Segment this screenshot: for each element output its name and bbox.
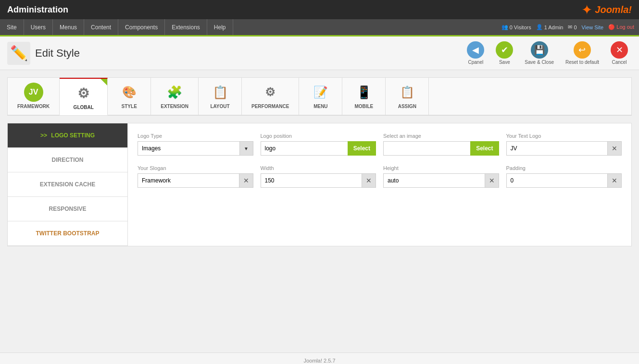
toolbar-buttons: ◀ Cpanel ✔ Save 💾 Save & Close ↩ Reset t… [463, 40, 632, 66]
slogan-input[interactable] [138, 174, 239, 187]
tab-global[interactable]: ⚙ GLOBAL [60, 78, 108, 115]
visitors-info: 👥 0 Visitors [501, 24, 531, 30]
cpanel-icon: ◀ [467, 41, 484, 59]
height-field: ✕ [383, 173, 499, 188]
mobile-tab-icon: 📱 [354, 83, 374, 102]
padding-input[interactable] [507, 174, 608, 187]
slogan-label: Your Slogan [138, 165, 253, 171]
footer-version: Joomla! 2.5.7 [303, 358, 335, 364]
save-close-icon: 💾 [531, 41, 548, 59]
tab-layout[interactable]: 📋 LAYOUT [199, 78, 242, 115]
width-input[interactable] [261, 174, 362, 187]
page-title: Edit Style [35, 47, 80, 60]
nav-right: 👥 0 Visitors 👤 1 Admin ✉ 0 View Site 🔴 L… [501, 24, 639, 30]
reset-icon: ↩ [574, 41, 591, 59]
performance-tab-icon: ⚙ [261, 83, 280, 102]
logo-type-select[interactable]: Images Text [138, 142, 239, 155]
nav-menu: Site Users Menus Content Components Exte… [0, 19, 233, 35]
global-tab-icon: ⚙ [74, 84, 93, 103]
right-panel: Logo Type Images Text ▼ Logo position Se… [128, 123, 631, 246]
logo-position-field: Select [261, 141, 376, 156]
nav-components[interactable]: Components [118, 19, 165, 35]
footer: Joomla! 2.5.7 [0, 352, 639, 364]
tab-assign[interactable]: 📋 ASSIGN [386, 78, 429, 115]
select-image-input[interactable] [383, 141, 470, 156]
slogan-group: Your Slogan ✕ [138, 165, 253, 188]
nav-content[interactable]: Content [84, 19, 118, 35]
main-content: JV FRAMEWORK ⚙ GLOBAL 🎨 STYLE 🧩 EXTENSIO… [0, 70, 639, 352]
sidebar-item-logo[interactable]: >> LOGO SETTING [8, 123, 127, 148]
dropdown-arrow-icon: ▼ [239, 142, 253, 155]
menu-tab-icon: 📝 [311, 83, 330, 102]
sidebar-item-twitter-bootstrap[interactable]: TWITTER BOOTSTRAP [8, 221, 127, 246]
tab-style[interactable]: 🎨 STYLE [108, 78, 151, 115]
sidebar-item-direction[interactable]: DIRECTION [8, 148, 127, 172]
content-area: >> LOGO SETTING DIRECTION EXTENSION CACH… [7, 123, 632, 246]
joomla-logo: ✦ Joomla! [581, 2, 632, 18]
cancel-button[interactable]: ✕ Cancel [607, 40, 632, 66]
select-image-field: Select [383, 141, 499, 156]
width-label: Width [261, 165, 376, 171]
messages-info: ✉ 0 [568, 24, 576, 30]
padding-clear-button[interactable]: ✕ [607, 174, 621, 187]
logo-position-select-button[interactable]: Select [348, 141, 376, 156]
padding-group: Padding ✕ [506, 165, 622, 188]
sidebar-item-responsive[interactable]: RESPONSIVE [8, 197, 127, 221]
height-input[interactable] [384, 174, 485, 187]
select-image-button[interactable]: Select [470, 141, 499, 156]
form-row-1: Logo Type Images Text ▼ Logo position Se… [138, 133, 622, 156]
view-site-link[interactable]: View Site [582, 24, 604, 30]
width-clear-button[interactable]: ✕ [362, 174, 376, 187]
tab-extension[interactable]: 🧩 EXTENSION [151, 78, 199, 115]
admin-icon: 👤 [536, 24, 543, 30]
logo-type-group: Logo Type Images Text ▼ [138, 133, 253, 156]
admin-title: Administration [7, 5, 68, 15]
text-logo-group: Your Text Logo ✕ [506, 133, 622, 156]
save-button[interactable]: ✔ Save [492, 40, 517, 66]
select-image-group: Select an image Select [383, 133, 499, 156]
logo-position-group: Logo position Select [261, 133, 376, 156]
nav-menus[interactable]: Menus [53, 19, 84, 35]
cpanel-button[interactable]: ◀ Cpanel [463, 40, 488, 66]
logo-type-dropdown[interactable]: Images Text ▼ [138, 141, 253, 156]
toolbar: ✏️ Edit Style ◀ Cpanel ✔ Save 💾 Save & C… [0, 36, 639, 70]
tabs-row: JV FRAMEWORK ⚙ GLOBAL 🎨 STYLE 🧩 EXTENSIO… [8, 78, 631, 115]
form-row-2: Your Slogan ✕ Width ✕ Height [138, 165, 622, 188]
logout-icon: 🔴 [608, 24, 615, 30]
cancel-icon: ✕ [611, 41, 628, 59]
text-logo-clear-button[interactable]: ✕ [607, 142, 621, 155]
slogan-clear-button[interactable]: ✕ [239, 174, 253, 187]
nav-help[interactable]: Help [207, 19, 233, 35]
tab-performance[interactable]: ⚙ PERFORMANCE [242, 78, 299, 115]
top-bar: Administration ✦ Joomla! [0, 0, 639, 19]
text-logo-field: ✕ [506, 141, 622, 156]
tab-framework[interactable]: JV FRAMEWORK [8, 78, 60, 115]
text-logo-input[interactable] [507, 142, 608, 155]
nav-users[interactable]: Users [24, 19, 53, 35]
arrow-icon: >> [40, 132, 49, 139]
logo-position-label: Logo position [261, 133, 376, 139]
logout-link[interactable]: 🔴 Log out [608, 24, 634, 30]
nav-site[interactable]: Site [0, 19, 24, 35]
padding-field: ✕ [506, 173, 622, 188]
tab-mobile[interactable]: 📱 MOBILE [342, 78, 386, 115]
select-image-label: Select an image [383, 133, 499, 139]
nav-extensions[interactable]: Extensions [165, 19, 207, 35]
width-group: Width ✕ [261, 165, 376, 188]
sidebar-item-extension-cache[interactable]: EXTENSION CACHE [8, 172, 127, 197]
logo-position-input[interactable] [261, 141, 348, 156]
admin-info: 👤 1 Admin [536, 24, 564, 30]
sidebar: >> LOGO SETTING DIRECTION EXTENSION CACH… [8, 123, 128, 246]
save-icon: ✔ [496, 41, 513, 59]
save-close-button[interactable]: 💾 Save & Close [521, 40, 558, 66]
tabs-panel: JV FRAMEWORK ⚙ GLOBAL 🎨 STYLE 🧩 EXTENSIO… [7, 77, 632, 116]
nav-bar: Site Users Menus Content Components Exte… [0, 19, 639, 36]
reset-button[interactable]: ↩ Reset to default [562, 40, 603, 66]
page-icon: ✏️ [7, 42, 30, 65]
height-label: Height [383, 165, 499, 171]
layout-tab-icon: 📋 [211, 83, 230, 102]
tab-menu[interactable]: 📝 MENU [299, 78, 342, 115]
messages-icon: ✉ [568, 24, 572, 30]
slogan-field: ✕ [138, 173, 253, 188]
height-clear-button[interactable]: ✕ [485, 174, 499, 187]
